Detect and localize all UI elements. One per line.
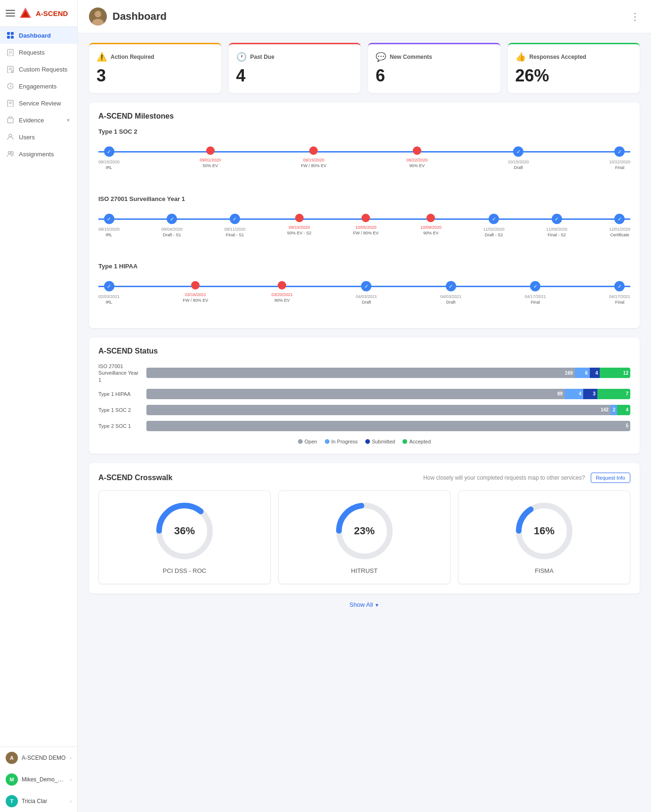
milestone-node: 03/20/2021 90% EV — [272, 281, 293, 305]
avatar-tricia-clar: T — [6, 795, 18, 807]
nav-item-users[interactable]: Users — [0, 129, 77, 145]
status-row-label: Type 1 HIPAA — [98, 391, 141, 397]
bar-open: 89 — [146, 389, 564, 399]
clock-icon: 🕐 — [236, 52, 247, 62]
bar-inprogress: 6 — [575, 368, 590, 378]
status-row-label: ISO 27001 Surveillance Year 1 — [98, 363, 141, 383]
donut-value: 23% — [354, 525, 375, 537]
nav-item-custom-requests[interactable]: Custom Requests — [0, 61, 77, 78]
bar-inprogress: 4 — [564, 389, 583, 399]
crosswalk-card-name: HITRUST — [288, 567, 441, 574]
more-options-icon[interactable]: ⋮ — [630, 11, 640, 22]
menu-icon[interactable] — [6, 8, 15, 18]
milestone-node: ✓ 04/03/2021 Draft — [356, 281, 377, 305]
milestone-group-iso27001: ISO 27001 Surveillance Year 1 ✓ 08/15/20… — [98, 195, 630, 251]
comment-icon: 💬 — [376, 52, 386, 62]
svg-point-26 — [9, 134, 12, 137]
milestone-node: ✓ 11/09/2020 Final - S2 — [546, 214, 567, 237]
milestone-node: 10/09/2020 90% EV — [420, 214, 442, 237]
show-all-button[interactable]: Show All ▼ — [78, 594, 651, 616]
nav-item-service-review[interactable]: Service Review — [0, 95, 77, 112]
milestone-dot-overdue — [309, 146, 318, 155]
bar-accepted: 4 — [617, 405, 630, 415]
donut-value: 16% — [534, 525, 555, 537]
crosswalk-section: A-SCEND Crosswalk How closely will your … — [89, 463, 640, 594]
sidebar-logo: A-SCEND — [0, 0, 77, 27]
legend-accepted: Accepted — [402, 439, 431, 444]
crosswalk-cards: 36% PCI DSS - ROC 23% HITRUST 16% FISMA — [98, 490, 630, 584]
milestone-node: 09/01/2020 50% EV — [200, 146, 221, 170]
nav-item-assignments[interactable]: Assignments — [0, 145, 77, 162]
status-row-label: Type 1 SOC 2 — [98, 407, 141, 413]
request-info-button[interactable]: Request Info — [591, 473, 630, 483]
status-row: ISO 27001 Surveillance Year 1 169 6 4 12 — [98, 363, 630, 383]
page-title: Dashboard — [113, 10, 167, 23]
stat-card-past-due: 🕐 Past Due 4 — [229, 43, 361, 93]
avatar-mikes-demo: M — [6, 773, 18, 786]
chevron-right-icon-0: › — [70, 756, 72, 761]
milestone-node: 09/15/2020 50% EV - S2 — [287, 214, 312, 237]
milestone-node: ✓ 08/15/2020 IRL — [98, 214, 120, 237]
nav-item-requests[interactable]: Requests — [0, 44, 77, 61]
sidebar: A-SCEND Dashboard Requests Custom Reques… — [0, 0, 78, 812]
user-item-mikes-demo[interactable]: M Mikes_Demo_Proj... › — [0, 769, 77, 790]
status-legend: Open In Progress Submitted Accepted — [98, 439, 630, 444]
milestone-node: ✓ 09/04/2020 Draft - S1 — [161, 214, 183, 237]
milestone-node: ✓ 04/17/2021 Final — [525, 281, 546, 305]
stat-card-responses-accepted: 👍 Responses Accepted 26% — [508, 43, 640, 93]
legend-open: Open — [298, 439, 317, 444]
bar-open: 5 — [146, 421, 630, 431]
crosswalk-header: A-SCEND Crosswalk How closely will your … — [98, 473, 630, 483]
status-bars: ISO 27001 Surveillance Year 1 169 6 4 12… — [98, 363, 630, 431]
donut-chart: 23% — [334, 500, 395, 562]
donut-chart: 36% — [154, 500, 215, 562]
status-row: Type 2 SOC 1 5 — [98, 421, 630, 431]
milestone-dot-completed: ✓ — [513, 146, 523, 157]
milestone-group-hipaa: Type 1 HIPAA ✓ 02/03/2021 IRL 03/16/2021… — [98, 263, 630, 319]
svg-rect-0 — [6, 10, 15, 11]
status-bar: 169 6 4 12 — [146, 368, 630, 378]
legend-dot-inprogress — [325, 439, 330, 444]
user-item-ascend-demo[interactable]: A A-SCEND DEMO › — [0, 747, 77, 769]
milestone-group-soc2: Type 1 SOC 2 ✓ 08/15/2020 IRL 09/01/2020… — [98, 128, 630, 184]
thumbsup-icon: 👍 — [515, 52, 526, 62]
milestone-node: ✓ 12/01/2020 Certificate — [609, 214, 630, 237]
warning-icon: ⚠️ — [96, 52, 107, 62]
milestone-node: ✓ 10/22/2020 Final — [609, 146, 630, 170]
donut-chart: 16% — [514, 500, 575, 562]
stat-card-action-required: ⚠️ Action Required 3 — [89, 43, 221, 93]
milestone-dot-overdue — [206, 146, 215, 155]
evidence-expand-icon: ▼ — [66, 118, 71, 123]
milestone-node: 10/05/2020 FW / 80% EV — [353, 214, 378, 237]
header-avatar — [89, 8, 107, 25]
legend-dot-accepted — [402, 439, 407, 444]
donut-value: 36% — [174, 525, 195, 537]
milestones-section: A-SCEND Milestones Type 1 SOC 2 ✓ 08/15/… — [89, 103, 640, 328]
milestone-node: ✓ 11/02/2020 Draft - S2 — [483, 214, 505, 237]
nav-item-evidence[interactable]: Evidence ▼ — [0, 112, 77, 129]
svg-rect-7 — [7, 36, 10, 39]
svg-rect-25 — [8, 118, 13, 123]
sidebar-users-section: A A-SCEND DEMO › M Mikes_Demo_Proj... › … — [0, 747, 77, 812]
svg-rect-6 — [11, 32, 14, 35]
stat-card-new-comments: 💬 New Comments 6 — [368, 43, 500, 93]
milestone-node: ✓ 02/03/2021 IRL — [98, 281, 120, 305]
crosswalk-card-fisma: 16% FISMA — [458, 490, 630, 584]
crosswalk-card-pci-dss: 36% PCI DSS - ROC — [98, 490, 271, 584]
svg-rect-2 — [6, 16, 15, 16]
page-header: Dashboard ⋮ — [78, 0, 651, 33]
svg-rect-8 — [11, 36, 14, 39]
show-all-chevron-icon: ▼ — [375, 603, 379, 608]
milestone-node: ✓ 09/11/2020 Final - S1 — [224, 214, 245, 237]
status-bar: 142 2 4 — [146, 405, 630, 415]
nav-item-dashboard[interactable]: Dashboard — [0, 27, 77, 44]
avatar-ascend-demo: A — [6, 752, 18, 764]
user-item-tricia-clar[interactable]: T Tricia Clar › — [0, 790, 77, 812]
milestone-dot-completed: ✓ — [104, 146, 114, 157]
nav-item-engagements[interactable]: Engagements — [0, 78, 77, 95]
milestone-node: ✓ 04/03/2021 Draft — [440, 281, 461, 305]
svg-point-30 — [95, 11, 101, 17]
bar-inprogress: 2 — [611, 405, 617, 415]
svg-point-27 — [8, 152, 11, 154]
status-row: Type 1 HIPAA 89 4 3 7 — [98, 389, 630, 399]
